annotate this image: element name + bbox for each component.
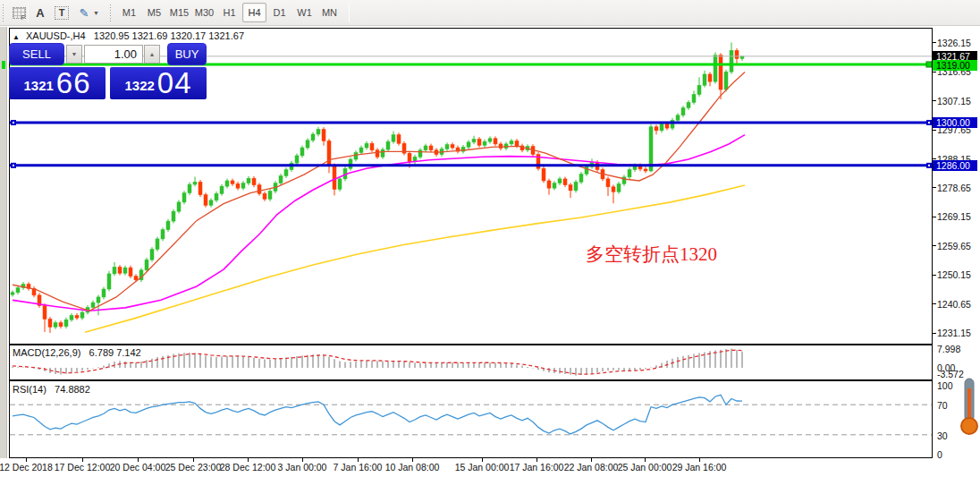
time-tick-label: 25 Jan 00:00 — [618, 462, 672, 473]
candle — [724, 72, 728, 89]
candle — [354, 152, 358, 159]
candle — [472, 139, 476, 141]
candle — [322, 130, 325, 141]
candle — [123, 268, 127, 273]
candle — [11, 293, 14, 294]
price-tick-label: 1278.65 — [937, 183, 971, 193]
timeframe-button-m15[interactable]: M15 — [167, 3, 191, 22]
candle — [70, 315, 73, 319]
green-line-left-anchor[interactable] — [2, 61, 5, 69]
candle — [579, 174, 583, 182]
candle — [134, 277, 138, 280]
candle — [113, 267, 116, 274]
time-axis-border[interactable] — [9, 457, 933, 458]
price-tick-label: 1259.65 — [937, 241, 971, 251]
label-tool-icon[interactable]: T — [52, 3, 72, 22]
candle — [166, 221, 170, 230]
indicator-grid-icon[interactable]: F — [8, 3, 30, 22]
price-tick-mark — [932, 100, 936, 101]
candle — [231, 181, 234, 183]
buy-button[interactable]: BUY — [167, 43, 207, 65]
triangle-up-icon: ▲ — [13, 33, 20, 41]
candle — [268, 192, 272, 200]
volume-decrease-button[interactable]: ▼ — [66, 45, 82, 64]
candle — [209, 200, 213, 205]
candle — [628, 170, 631, 177]
candle — [676, 115, 680, 120]
price-tick-mark — [932, 42, 936, 43]
candle — [365, 143, 368, 148]
price-tick-mark — [932, 158, 936, 159]
macd-pane-divider[interactable] — [9, 344, 933, 345]
sell-price-display[interactable]: 1321 66 — [9, 67, 106, 99]
time-tick-label: 3 Jan 00:00 — [278, 462, 327, 473]
price-tick-mark — [932, 72, 936, 72]
timeframe-button-w1[interactable]: W1 — [292, 3, 317, 22]
candle — [370, 143, 374, 150]
ohlc-values: 1320.95 1321.69 1320.17 1321.67 — [94, 30, 244, 41]
rsi-scale-label: 100 — [937, 380, 953, 391]
candle — [655, 127, 658, 131]
candle — [424, 146, 427, 150]
candle — [279, 175, 283, 183]
candle — [16, 288, 20, 293]
candle — [494, 139, 497, 144]
rsi-scale-label: 0 — [937, 449, 942, 460]
candle — [408, 153, 411, 162]
timeframe-button-d1[interactable]: D1 — [267, 3, 291, 22]
rsi-scale-label: 70 — [937, 400, 948, 411]
candle — [59, 323, 63, 327]
volume-increase-button[interactable]: ▲ — [144, 45, 160, 64]
timeframe-button-m5[interactable]: M5 — [142, 3, 166, 22]
candle — [574, 182, 578, 191]
toolbar-drag-handle[interactable] — [2, 4, 5, 22]
timeframe-button-m30[interactable]: M30 — [192, 3, 216, 22]
rsi-value: 74.8882 — [55, 384, 90, 395]
candle — [483, 141, 486, 145]
candle — [236, 183, 240, 188]
candle — [150, 250, 154, 260]
chevron-down-icon[interactable]: ▼ — [93, 10, 99, 16]
price-tick-mark — [932, 130, 936, 131]
candle — [660, 124, 663, 131]
timeframe-button-h1[interactable]: H1 — [217, 3, 241, 22]
sell-price-big: 66 — [56, 68, 91, 98]
rsi-pane-divider[interactable] — [9, 379, 933, 381]
chart-header: ▲ XAUUSD-,H4 1320.95 1321.69 1320.17 132… — [13, 30, 244, 41]
candle — [445, 145, 449, 149]
buy-price-display[interactable]: 1322 04 — [110, 67, 207, 99]
one-click-trading-panel: SELL ▼ 1.00 ▲ BUY 1321 66 1322 04 — [9, 42, 207, 99]
price-axis-border[interactable] — [932, 28, 933, 458]
candle — [569, 185, 572, 191]
symbol-label: XAUUSD-,H4 — [26, 30, 86, 41]
candle — [338, 179, 342, 190]
text-tool-icon[interactable]: A — [32, 3, 48, 22]
sell-button[interactable]: SELL — [9, 43, 64, 65]
timeframe-button-mn[interactable]: MN — [317, 3, 342, 22]
line-handle-dot — [928, 122, 930, 124]
candle — [64, 319, 68, 327]
price-tick-mark — [932, 187, 936, 188]
candle — [182, 193, 186, 202]
moving-average-line — [13, 72, 745, 311]
candle — [317, 130, 320, 134]
candle — [665, 124, 669, 128]
candle — [692, 95, 696, 103]
candle — [558, 179, 562, 183]
candle — [681, 108, 685, 115]
candle — [515, 141, 519, 146]
moving-average-line — [13, 135, 745, 311]
price-tick-label: 1250.15 — [937, 269, 971, 280]
candle — [258, 185, 261, 194]
timeframe-button-m1[interactable]: M1 — [117, 3, 141, 22]
candle — [102, 289, 106, 297]
buy-price-big: 04 — [157, 68, 192, 98]
volume-input[interactable]: 1.00 — [84, 45, 143, 64]
timeframe-button-h4[interactable]: H4 — [242, 3, 266, 22]
price-tick-label: 1231.15 — [937, 328, 971, 338]
draw-styles-icon[interactable]: ✎ — [75, 3, 93, 22]
toolbar-drag-handle-2[interactable] — [109, 4, 113, 22]
time-tick-label: 15 Jan 00:00 — [455, 462, 510, 473]
candle — [349, 159, 352, 168]
candle — [644, 169, 647, 171]
